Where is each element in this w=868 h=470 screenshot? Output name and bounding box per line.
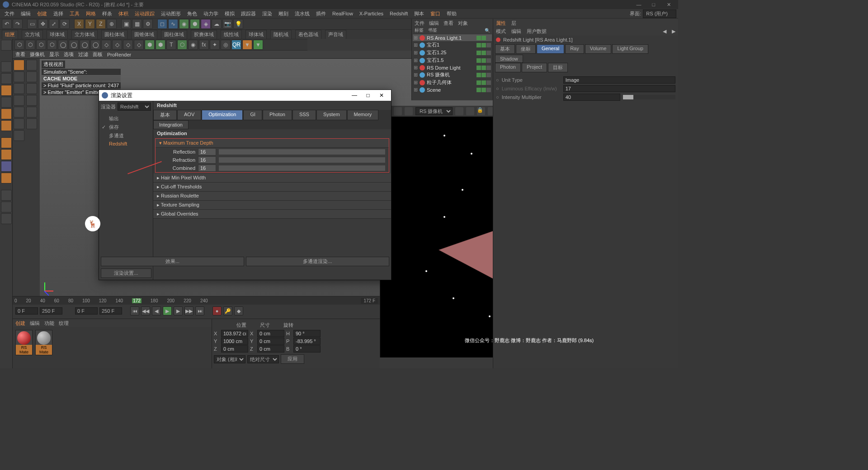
tool-btn[interactable] — [26, 71, 37, 82]
menu-item[interactable]: 模拟 — [222, 9, 237, 18]
mode-button[interactable] — [1, 173, 12, 183]
pos-z[interactable] — [221, 345, 248, 352]
move-icon[interactable]: ✥ — [38, 19, 48, 29]
shelf-item[interactable]: 圆锥体域 — [131, 30, 157, 39]
shelf-item[interactable]: 圆柱体域 — [101, 30, 127, 39]
menu-item[interactable]: 角色 — [184, 9, 200, 18]
tool-btn[interactable] — [14, 83, 24, 94]
menu-item[interactable]: RealFlow — [330, 10, 356, 17]
tool-icon[interactable]: ⬡ — [47, 40, 57, 50]
setting-slider[interactable] — [219, 149, 385, 155]
attr-tab[interactable]: 目标 — [548, 63, 568, 72]
redo-icon[interactable]: ↷ — [13, 19, 23, 29]
y-axis-icon[interactable]: Y — [85, 19, 95, 29]
obj-menu[interactable]: 对象 — [458, 20, 468, 27]
deformer-icon[interactable]: ◈ — [201, 19, 211, 29]
rot-b[interactable] — [293, 345, 321, 352]
shelf-item[interactable]: 线性域 — [221, 30, 242, 39]
obj-menu[interactable]: 编辑 — [429, 20, 439, 27]
cube-icon[interactable]: ◻ — [157, 19, 167, 29]
render-tab[interactable]: GI — [243, 110, 262, 120]
menu-item[interactable]: X-Particles — [357, 10, 386, 17]
current-frame-marker[interactable]: 172 — [132, 298, 142, 303]
obj-menu[interactable]: 标签 — [415, 27, 424, 33]
size-x[interactable] — [257, 330, 284, 337]
tool-icon[interactable]: ⬡ — [25, 40, 35, 50]
coord-mode-select[interactable]: 对象 (相对) — [214, 355, 245, 363]
z-axis-icon[interactable]: Z — [96, 19, 106, 29]
object-row[interactable]: ⊞粒子几何体 — [413, 79, 492, 86]
render-tab[interactable]: AOV — [177, 110, 201, 120]
menu-item[interactable]: 选择 — [51, 9, 66, 18]
tool-btn[interactable] — [14, 60, 24, 70]
tool-btn[interactable] — [26, 107, 37, 118]
menu-item[interactable]: 跟踪器 — [238, 9, 259, 18]
tool-btn[interactable] — [26, 95, 37, 106]
camera-icon[interactable]: 📷 — [222, 19, 232, 29]
vp-menu-item[interactable]: ProRender — [107, 52, 131, 57]
attr-tab[interactable]: Shadow — [495, 55, 523, 63]
menu-item[interactable]: 帮助 — [444, 9, 459, 18]
setting-input[interactable] — [198, 164, 216, 172]
x-axis-icon[interactable]: X — [74, 19, 84, 29]
lock-icon[interactable]: 🔒 — [477, 107, 485, 115]
render-region-icon[interactable]: ▦ — [132, 19, 142, 29]
menu-item[interactable]: 编辑 — [18, 9, 33, 18]
shelf-item[interactable]: 组匣 — [2, 30, 18, 39]
obj-menu[interactable]: 查看 — [443, 20, 453, 27]
dialog-maximize[interactable]: □ — [361, 92, 375, 99]
pos-y[interactable] — [221, 338, 248, 345]
tool-icon[interactable]: ⬡ — [177, 40, 187, 50]
mode-button[interactable] — [1, 213, 12, 224]
tool-btn[interactable] — [14, 95, 24, 106]
record-icon[interactable]: ● — [212, 306, 222, 315]
render-tab[interactable]: Photon — [263, 110, 292, 120]
tool-icon[interactable]: ▼ — [242, 40, 252, 50]
menu-item[interactable]: 工具 — [67, 9, 82, 18]
setting-input[interactable] — [198, 156, 216, 164]
nav-fwd-icon[interactable]: ▶ — [672, 28, 675, 34]
render-tab[interactable]: 基本 — [153, 110, 177, 120]
material-swatch[interactable]: RS Mate — [35, 330, 52, 355]
goto-start-icon[interactable]: ⏮ — [130, 306, 139, 315]
rot-p[interactable] — [293, 338, 321, 345]
render-btn[interactable] — [394, 107, 402, 115]
object-row[interactable]: ⊞宝石1.5 — [413, 56, 492, 64]
render-btn[interactable] — [466, 107, 474, 115]
vp-menu-item[interactable]: 摄像机 — [30, 51, 45, 58]
menu-item[interactable]: 插件 — [313, 9, 329, 18]
tool-icon[interactable]: ◇ — [134, 40, 144, 50]
tool-btn[interactable] — [14, 71, 24, 82]
tool-btn[interactable] — [26, 60, 37, 70]
collapsible-section[interactable]: Global Overrides — [153, 210, 391, 219]
render-settings-icon[interactable]: ⚙ — [143, 19, 153, 29]
tool-icon[interactable]: T — [166, 40, 176, 50]
layout-select[interactable]: RS (用户) — [643, 9, 676, 18]
tool-icon[interactable]: ✦ — [210, 40, 220, 50]
generator-icon[interactable]: ⬢ — [190, 19, 200, 29]
rotate-icon[interactable]: ⟳ — [60, 19, 70, 29]
sidebar-item[interactable]: 多通道 — [101, 132, 151, 140]
obj-menu[interactable]: 文件 — [415, 20, 425, 27]
tool-btn[interactable] — [14, 107, 24, 118]
search-icon[interactable]: 🔍 — [485, 28, 490, 33]
mode-button[interactable] — [1, 73, 12, 84]
attr-menu[interactable]: 用户数据 — [527, 28, 547, 35]
vp-menu-item[interactable]: 选项 — [64, 51, 74, 58]
mode-button[interactable] — [1, 137, 12, 148]
mode-button[interactable] — [1, 97, 12, 108]
pos-x[interactable] — [221, 330, 248, 337]
range-start[interactable] — [15, 307, 38, 315]
range-end2[interactable] — [99, 307, 122, 315]
menu-item[interactable]: Redshift — [387, 10, 410, 17]
close-button[interactable]: ✕ — [662, 2, 675, 8]
shelf-item[interactable]: 立方域 — [22, 30, 43, 39]
render-btn[interactable] — [455, 107, 463, 115]
tool-icon[interactable]: ⬢ — [156, 40, 165, 50]
maximize-button[interactable]: □ — [647, 2, 660, 7]
attr-tab[interactable]: 基本 — [495, 44, 515, 54]
tool-icon[interactable]: ◇ — [123, 40, 133, 50]
tool-icon[interactable]: ◯ — [90, 40, 100, 50]
setting-slider[interactable] — [219, 165, 385, 171]
tool-icon[interactable]: ▼ — [253, 40, 263, 50]
